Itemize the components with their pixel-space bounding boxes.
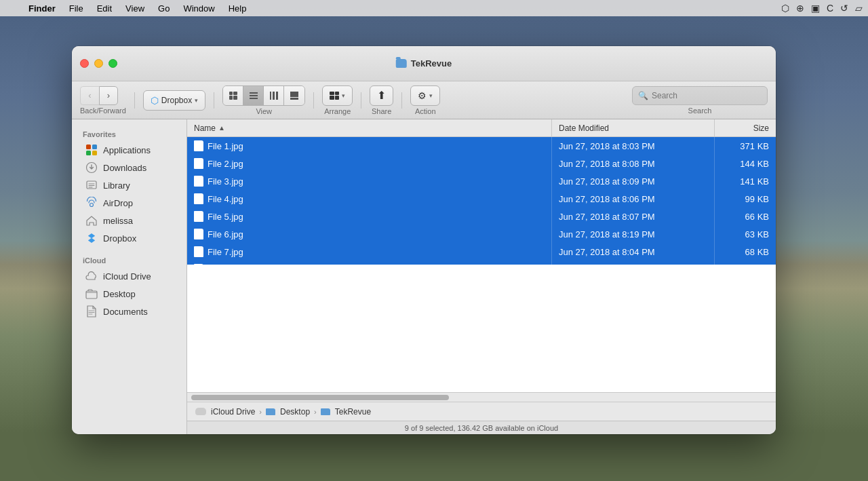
sidebar-item-library[interactable]: Library xyxy=(75,176,184,194)
file-size: 144 KB xyxy=(740,159,769,169)
file-menu[interactable]: File xyxy=(64,0,89,16)
table-row[interactable]: File 7.jpg Jun 27, 2018 at 8:04 PM 68 KB xyxy=(187,243,776,261)
arrange-button[interactable]: ▾ xyxy=(322,85,353,106)
action-button[interactable]: ⚙ ▾ xyxy=(410,85,440,106)
sidebar-item-airdrop[interactable]: AirDrop xyxy=(75,194,184,212)
svg-rect-0 xyxy=(86,145,91,149)
file-size: 68 KB xyxy=(745,247,769,257)
sidebar-item-dropbox[interactable]: Dropbox xyxy=(75,229,184,247)
dropbox-menubar-icon[interactable]: ⬡ xyxy=(781,3,789,14)
minimize-button[interactable] xyxy=(94,59,103,68)
file-date-cell: Jun 27, 2018 at 8:03 PM xyxy=(552,137,715,155)
go-menu[interactable]: Go xyxy=(153,0,175,16)
documents-label: Documents xyxy=(103,307,148,317)
icloud-drive-icon xyxy=(85,270,98,282)
desktop-folder-icon xyxy=(85,288,98,300)
search-icon: 🔍 xyxy=(638,91,648,100)
file-icon xyxy=(194,193,203,204)
back-button[interactable]: ‹ xyxy=(80,86,99,105)
scrollbar-thumb[interactable] xyxy=(191,395,449,400)
dropbox-button[interactable]: ⬡ Dropbox ▾ xyxy=(143,90,205,111)
airplay-icon[interactable]: ▱ xyxy=(855,3,863,14)
file-area: Name ▲ Date Modified Size xyxy=(187,119,776,434)
toolbar: ‹ › Back/Forward ⬡ Dropbox ▾ xyxy=(72,81,776,119)
airdrop-icon xyxy=(85,197,98,209)
file-icon xyxy=(194,229,203,239)
file-name-cell: File 3.jpg xyxy=(187,172,552,190)
forward-button[interactable]: › xyxy=(99,86,118,105)
sidebar-item-melissa[interactable]: melissa xyxy=(75,212,184,229)
sidebar: Favorites Applications xyxy=(72,119,187,434)
search-box: 🔍 xyxy=(632,86,768,105)
table-row[interactable]: File 2.jpg Jun 27, 2018 at 8:08 PM 144 K… xyxy=(187,155,776,172)
table-row[interactable]: File 4.jpg Jun 27, 2018 at 8:06 PM 99 KB xyxy=(187,190,776,208)
search-toolbar-group: 🔍 Search xyxy=(632,86,768,115)
file-name-cell: File 2.jpg xyxy=(187,155,552,172)
arrange-toolbar-group: ▾ Arrange xyxy=(322,85,353,115)
sidebar-item-documents[interactable]: Documents xyxy=(75,303,184,320)
file-date-cell: Jun 27, 2018 at 8:09 PM xyxy=(552,172,715,190)
cortex-icon[interactable]: ▣ xyxy=(811,3,820,14)
sidebar-item-applications[interactable]: Applications xyxy=(75,141,184,159)
downloads-icon xyxy=(85,161,98,174)
breadcrumb-item[interactable]: iCloud Drive xyxy=(195,407,255,417)
apple-menu[interactable] xyxy=(5,0,16,16)
sidebar-item-downloads[interactable]: Downloads xyxy=(75,159,184,176)
name-header-label: Name xyxy=(194,123,216,133)
list-view-button[interactable] xyxy=(243,86,264,105)
status-bar: 9 of 9 selected, 136.42 GB available on … xyxy=(187,421,776,434)
help-menu[interactable]: Help xyxy=(223,0,252,16)
breadcrumb-label: iCloud Drive xyxy=(211,407,255,417)
timemachine-icon[interactable]: ↺ xyxy=(840,3,848,14)
edit-menu[interactable]: Edit xyxy=(92,0,117,16)
sidebar-item-icloud-drive[interactable]: iCloud Drive xyxy=(75,267,184,285)
svg-rect-2 xyxy=(86,151,91,155)
size-column-header[interactable]: Size xyxy=(715,119,776,136)
share-button[interactable]: ⬆ xyxy=(370,85,393,106)
window-menu[interactable]: Window xyxy=(178,0,220,16)
dropbox-dropdown-icon: ▾ xyxy=(195,97,198,104)
dropbox-toolbar-group: ⬡ Dropbox ▾ xyxy=(143,90,205,111)
breadcrumb-separator: › xyxy=(259,408,262,416)
cover-view-button[interactable] xyxy=(284,86,304,105)
file-name-cell: File 4.jpg xyxy=(187,190,552,208)
title-folder-icon xyxy=(396,59,407,68)
breadcrumb-item[interactable]: TekRevue xyxy=(321,407,371,417)
name-column-header[interactable]: Name ▲ xyxy=(187,119,552,136)
icon-view-button[interactable] xyxy=(223,86,243,105)
separator-2 xyxy=(214,92,214,109)
titlebar: TekRevue xyxy=(72,46,776,81)
file-name: File 7.jpg xyxy=(208,247,243,257)
clipboard-icon[interactable]: C xyxy=(827,3,833,14)
file-icon xyxy=(194,246,203,257)
finder-menu[interactable]: Finder xyxy=(23,0,61,16)
date-column-header[interactable]: Date Modified xyxy=(552,119,715,136)
file-size-cell: 141 KB xyxy=(715,172,776,190)
view-menu[interactable]: View xyxy=(120,0,150,16)
table-row[interactable]: File 3.jpg Jun 27, 2018 at 8:09 PM 141 K… xyxy=(187,172,776,190)
column-view-button[interactable] xyxy=(264,86,284,105)
close-button[interactable] xyxy=(80,59,89,68)
table-row[interactable]: File 6.jpg Jun 27, 2018 at 8:19 PM 63 KB xyxy=(187,225,776,243)
table-row[interactable]: File 1.jpg Jun 27, 2018 at 8:03 PM 371 K… xyxy=(187,137,776,155)
breadcrumb-item[interactable]: Desktop xyxy=(266,407,310,417)
home-icon xyxy=(85,214,98,227)
dropbox-sidebar-icon xyxy=(85,232,98,244)
file-name: File 6.jpg xyxy=(208,229,243,239)
table-row[interactable]: File 5.jpg Jun 27, 2018 at 8:07 PM 66 KB xyxy=(187,208,776,225)
arrange-label: Arrange xyxy=(324,107,351,115)
maximize-button[interactable] xyxy=(108,59,117,68)
finder-window: TekRevue ‹ › Back/Forward ⬡ Dropbox ▾ xyxy=(72,46,776,434)
1password-icon[interactable]: ⊕ xyxy=(796,3,804,14)
folder-icon xyxy=(321,408,330,415)
arrange-dropdown-icon: ▾ xyxy=(342,92,345,99)
sidebar-item-desktop[interactable]: Desktop xyxy=(75,285,184,303)
file-size-cell: 68 KB xyxy=(715,243,776,261)
share-icon: ⬆ xyxy=(377,89,386,102)
search-input[interactable] xyxy=(652,91,762,100)
folder-icon xyxy=(266,408,275,415)
dropbox-sidebar-label: Dropbox xyxy=(103,233,136,244)
file-name: File 3.jpg xyxy=(208,176,243,187)
scrollbar-track[interactable] xyxy=(187,392,776,402)
share-label: Share xyxy=(372,107,391,115)
